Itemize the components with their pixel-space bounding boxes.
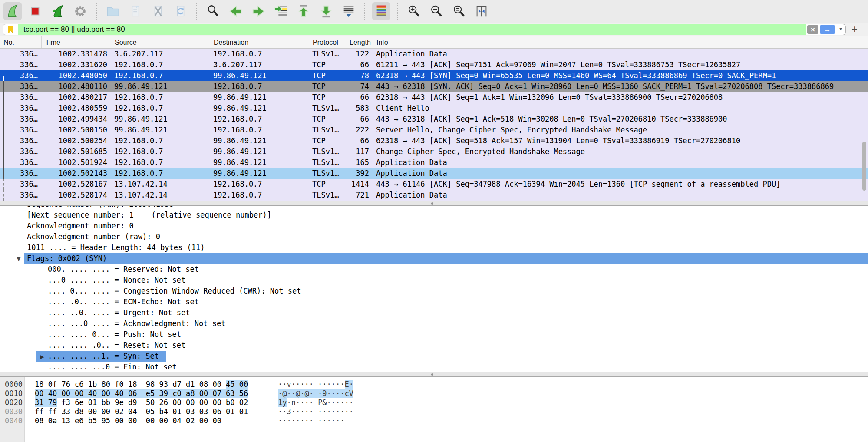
- packet-row[interactable]: 336…1002.52817413.107.42.14192.168.0.7TL…: [0, 190, 868, 201]
- reload-file-button[interactable]: [172, 2, 190, 20]
- detail-field[interactable]: Acknowledgment number (raw): 0: [0, 231, 868, 242]
- packet-row[interactable]: 336…1002.50015099.86.49.121192.168.0.7TL…: [0, 125, 868, 135]
- col-length: 66: [346, 59, 373, 70]
- hex-row[interactable]: 002031 79 f3 6e 01 bb 9e d9 50 26 00 00 …: [0, 398, 868, 407]
- detail-field[interactable]: 000. .... .... = Reserved: Not set: [0, 264, 868, 275]
- packet-row[interactable]: 336…1002.52816713.107.42.14192.168.0.7TC…: [0, 179, 868, 190]
- packet-row[interactable]: 336…1002.500254192.168.0.799.86.49.121TC…: [0, 135, 868, 146]
- find-packet-button[interactable]: [204, 2, 222, 20]
- scrollbar-thumb[interactable]: [862, 142, 866, 191]
- zoom-in-button[interactable]: [405, 2, 423, 20]
- detail-field[interactable]: .... .0.. .... = ECN-Echo: Not set: [0, 297, 868, 307]
- start-capture-button[interactable]: [3, 2, 22, 20]
- filter-bookmark-button[interactable]: [3, 24, 18, 35]
- column-header-protocol[interactable]: Protocol: [309, 36, 346, 48]
- packet-row[interactable]: 336…1002.49943499.86.49.121192.168.0.7TC…: [0, 114, 868, 125]
- go-first-button[interactable]: [294, 2, 313, 20]
- detail-field[interactable]: ...0 .... .... = Nonce: Not set: [0, 275, 868, 286]
- auto-scroll-button[interactable]: [340, 2, 358, 20]
- detail-field[interactable]: .... ...0 .... = Acknowledgment: Not set: [0, 318, 868, 329]
- stop-capture-button[interactable]: [26, 2, 44, 20]
- save-file-button[interactable]: [126, 2, 145, 20]
- detail-field[interactable]: ▶.... .... ..1. = Syn: Set: [0, 351, 868, 362]
- detail-field-text: .... ..0. .... = Urgent: Not set: [48, 308, 190, 317]
- column-header-time[interactable]: Time: [41, 36, 111, 48]
- packet-row[interactable]: 336…1002.501924192.168.0.799.86.49.121TL…: [0, 157, 868, 168]
- packet-row[interactable]: 336…1002.501685192.168.0.799.86.49.121TL…: [0, 146, 868, 157]
- hex-row[interactable]: 001000 40 00 00 40 00 40 06 e5 39 c0 a8 …: [0, 389, 868, 398]
- detail-field[interactable]: .... 0... .... = Congestion Window Reduc…: [0, 286, 868, 297]
- auto-scroll-icon: [341, 4, 356, 19]
- packet-row[interactable]: 336…1002.3314783.6.207.117192.168.0.7TLS…: [0, 49, 868, 59]
- expand-down-icon[interactable]: ▼: [17, 253, 21, 264]
- packet-row[interactable]: 336…1002.502143192.168.0.799.86.49.121TL…: [0, 168, 868, 179]
- column-header-no[interactable]: No.: [0, 36, 41, 48]
- detail-field[interactable]: .... .... .0.. = Reset: Not set: [0, 340, 868, 351]
- restart-capture-icon: [50, 4, 65, 19]
- detail-field[interactable]: .... .... 0... = Push: Not set: [0, 329, 868, 340]
- col-info: Application Data: [373, 49, 868, 59]
- close-file-button[interactable]: [149, 2, 167, 20]
- detail-field[interactable]: Acknowledgment number: 0: [0, 221, 868, 231]
- hex-row[interactable]: 000018 0f 76 c6 1b 80 f0 18 98 93 d7 d1 …: [0, 380, 868, 389]
- detail-field[interactable]: [Next sequence number: 1 (relative seque…: [0, 210, 868, 221]
- conversation-line-marker: [3, 168, 4, 179]
- packet-row[interactable]: 336…1002.480217192.168.0.799.86.49.121TC…: [0, 92, 868, 103]
- col-length: 74: [346, 81, 373, 92]
- col-source: 192.168.0.7: [111, 92, 210, 103]
- col-destination: 192.168.0.7: [210, 81, 309, 92]
- col-info: 62318 → 443 [SYN] Seq=0 Win=65535 Len=0 …: [373, 70, 868, 81]
- hex-row[interactable]: 004008 0a 13 e6 b5 95 00 00 00 00 04 02 …: [0, 416, 868, 426]
- restart-capture-button[interactable]: [49, 2, 67, 20]
- go-to-packet-button[interactable]: [272, 2, 290, 20]
- col-time: 1002.331478: [41, 49, 111, 59]
- open-file-button[interactable]: [104, 2, 122, 20]
- packet-row[interactable]: 336…1002.48011099.86.49.121192.168.0.7TC…: [0, 81, 868, 92]
- hex-offset: 0010: [5, 389, 23, 398]
- packet-row[interactable]: 336…1002.480559192.168.0.799.86.49.121TL…: [0, 103, 868, 114]
- column-header-destination[interactable]: Destination: [210, 36, 309, 48]
- col-time: 1002.480559: [41, 103, 111, 114]
- detail-field[interactable]: ▼Flags: 0x002 (SYN): [0, 253, 868, 264]
- col-time: 1002.331620: [41, 59, 111, 70]
- col-protocol: TCP: [309, 135, 346, 146]
- col-info: 62318 → 443 [ACK] Seq=518 Ack=157 Win=13…: [373, 135, 868, 146]
- capture-options-button[interactable]: [71, 2, 89, 20]
- expand-right-icon[interactable]: ▶: [40, 353, 44, 360]
- col-time: 1002.480110: [41, 81, 111, 92]
- col-time: 1002.502143: [41, 168, 111, 179]
- detail-field[interactable]: 1011 .... = Header Length: 44 bytes (11): [0, 242, 868, 253]
- col-length: 66: [346, 135, 373, 146]
- filter-apply-button[interactable]: →: [820, 25, 835, 34]
- filter-dropdown-caret[interactable]: ▼: [838, 26, 843, 31]
- colorize-button[interactable]: [372, 2, 390, 20]
- pane-splitter-bottom[interactable]: [0, 372, 868, 377]
- pane-splitter-top[interactable]: [0, 201, 868, 206]
- column-header-info[interactable]: Info: [373, 36, 868, 48]
- packet-row[interactable]: 336…1002.331620192.168.0.73.6.207.117TCP…: [0, 59, 868, 70]
- detail-field[interactable]: .... ..0. .... = Urgent: Not set: [0, 307, 868, 318]
- go-forward-button[interactable]: [249, 2, 267, 20]
- display-filter-field[interactable]: tcp.port == 80 || udp.port == 80 ✕ → ▼: [3, 24, 846, 35]
- col-source: 192.168.0.7: [111, 146, 210, 157]
- col-info: 61211 → 443 [ACK] Seq=7151 Ack=97069 Win…: [373, 59, 868, 70]
- detail-field-text: Acknowledgment number: 0: [27, 221, 134, 230]
- detail-field[interactable]: .... .... ...0 = Fin: Not set: [0, 362, 868, 372]
- go-last-button[interactable]: [317, 2, 335, 20]
- col-protocol: TCP: [309, 70, 346, 81]
- main-toolbar: [0, 0, 868, 23]
- zoom-reset-button[interactable]: [450, 2, 468, 20]
- zoom-out-button[interactable]: [427, 2, 446, 20]
- filter-clear-button[interactable]: ✕: [807, 25, 818, 34]
- hex-row[interactable]: 0030ff ff 33 d8 00 00 02 04 05 b4 01 03 …: [0, 407, 868, 416]
- resize-columns-button[interactable]: [472, 2, 491, 20]
- detail-field[interactable]: Sequence number (raw): 2665041958: [0, 206, 868, 210]
- filter-text-area[interactable]: tcp.port == 80 || udp.port == 80: [18, 24, 806, 35]
- column-header-source[interactable]: Source: [111, 36, 210, 48]
- go-back-button[interactable]: [227, 2, 245, 20]
- filter-add-button[interactable]: +: [849, 23, 860, 35]
- hex-offset: 0040: [5, 416, 23, 426]
- packet-row[interactable]: 336…1002.448050192.168.0.799.86.49.121TC…: [0, 70, 868, 81]
- column-header-length[interactable]: Length: [346, 36, 373, 48]
- hex-ascii: ··3····· ········: [278, 407, 353, 416]
